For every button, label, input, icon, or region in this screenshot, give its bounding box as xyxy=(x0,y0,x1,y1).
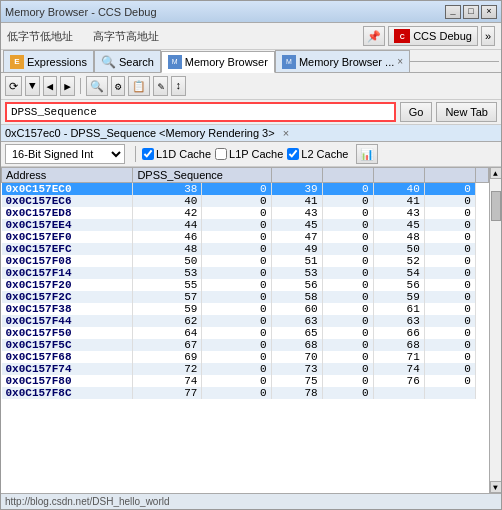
col-address: Address xyxy=(2,168,133,183)
tab-search[interactable]: 🔍 Search xyxy=(94,50,161,72)
address-cell: 0x0C157F8C xyxy=(2,387,133,399)
data-cell: 43 xyxy=(271,207,322,219)
tab-memory-browser[interactable]: M Memory Browser xyxy=(161,51,275,73)
ccs-debug-label: CCS Debug xyxy=(413,30,472,42)
data-cell: 63 xyxy=(373,315,424,327)
address-cell: 0x0C157F74 xyxy=(2,363,133,375)
status-bar: http://blog.csdn.net/DSH_hello_world xyxy=(1,493,501,509)
data-cell: 43 xyxy=(373,207,424,219)
data-cell: 0 xyxy=(322,375,373,387)
scrollbar-up-arrow[interactable]: ▲ xyxy=(490,167,502,179)
toolbar-btn-1[interactable]: ⟳ xyxy=(5,76,22,96)
scrollbar-down-arrow[interactable]: ▼ xyxy=(490,481,502,493)
annotation-bar: 低字节低地址 高字节高地址 📌 C CCS Debug » xyxy=(1,23,501,50)
data-cell: 63 xyxy=(271,315,322,327)
vertical-scrollbar[interactable]: ▲ ▼ xyxy=(489,167,501,493)
filter-extra-btn[interactable]: 📊 xyxy=(356,144,378,164)
tab-memory-browser-2-close[interactable]: × xyxy=(397,56,403,67)
address-cell: 0x0C157F5C xyxy=(2,339,133,351)
data-cell: 47 xyxy=(271,231,322,243)
address-cell: 0x0C157F68 xyxy=(2,351,133,363)
data-cell: 68 xyxy=(271,339,322,351)
data-cell: 0 xyxy=(424,339,475,351)
content-tab-close[interactable]: × xyxy=(283,127,289,139)
data-cell: 49 xyxy=(271,243,322,255)
tab-memory-browser-2-label: Memory Browser ... xyxy=(299,56,394,68)
toolbar-btn-3[interactable]: ◀ xyxy=(43,76,58,96)
toolbar-btn-5[interactable]: 🔍 xyxy=(86,76,108,96)
data-cell: 75 xyxy=(271,375,322,387)
data-cell: 0 xyxy=(322,303,373,315)
data-cell: 0 xyxy=(322,339,373,351)
data-cell: 0 xyxy=(202,327,271,339)
table-row: 0x0C157EE4440450450 xyxy=(2,219,489,231)
window-title: Memory Browser - CCS Debug xyxy=(5,6,157,18)
data-cell: 77 xyxy=(133,387,202,399)
data-cell: 40 xyxy=(133,195,202,207)
memory-table-container: Address DPSS_Sequence 0x0C157EC038039040… xyxy=(1,167,489,493)
high-addr-label: 高字节高地址 xyxy=(93,29,159,44)
toolbar-btn-7[interactable]: 📋 xyxy=(128,76,150,96)
toolbar: ⟳ ▼ ◀ ▶ 🔍 ⚙ 📋 ✎ ↕ xyxy=(1,73,501,100)
tab-memory-browser-2[interactable]: M Memory Browser ... × xyxy=(275,50,410,72)
l1p-cache-checkbox[interactable] xyxy=(215,148,227,160)
data-cell: 61 xyxy=(373,303,424,315)
main-window: Memory Browser - CCS Debug _ □ × 低字节低地址 … xyxy=(0,0,502,510)
content-tab-bar: 0xC157ec0 - DPSS_Sequence <Memory Render… xyxy=(1,125,501,142)
tab-memory-browser-label: Memory Browser xyxy=(185,56,268,68)
ccs-debug-button[interactable]: C CCS Debug xyxy=(388,26,478,46)
data-cell: 0 xyxy=(202,303,271,315)
memory-browser-2-icon: M xyxy=(282,55,296,69)
pin-area-button[interactable]: 📌 xyxy=(363,26,385,46)
go-button[interactable]: Go xyxy=(400,102,433,122)
data-cell: 42 xyxy=(133,207,202,219)
data-cell: 41 xyxy=(271,195,322,207)
data-cell: 78 xyxy=(271,387,322,399)
l1d-cache-checkbox[interactable] xyxy=(142,148,154,160)
close-button[interactable]: × xyxy=(481,5,497,19)
tab-expressions[interactable]: E Expressions xyxy=(3,50,94,72)
address-cell: 0x0C157EC6 xyxy=(2,195,133,207)
data-cell: 0 xyxy=(322,327,373,339)
address-search-input[interactable] xyxy=(5,102,396,122)
data-cell: 74 xyxy=(373,363,424,375)
toolbar-btn-4[interactable]: ▶ xyxy=(60,76,75,96)
maximize-button[interactable]: □ xyxy=(463,5,479,19)
toolbar-btn-8[interactable]: ✎ xyxy=(153,76,168,96)
table-row: 0x0C157F44620630630 xyxy=(2,315,489,327)
data-cell: 0 xyxy=(202,375,271,387)
content-tab-label: 0xC157ec0 - DPSS_Sequence <Memory Render… xyxy=(5,127,275,139)
data-cell: 59 xyxy=(373,291,424,303)
new-tab-button[interactable]: New Tab xyxy=(436,102,497,122)
l2-cache-checkbox[interactable] xyxy=(287,148,299,160)
data-cell: 0 xyxy=(202,183,271,196)
l1d-cache-checkbox-item: L1D Cache xyxy=(142,148,211,160)
data-cell: 0 xyxy=(202,351,271,363)
toolbar-btn-6[interactable]: ⚙ xyxy=(111,76,126,96)
address-cell: 0x0C157F50 xyxy=(2,327,133,339)
address-cell: 0x0C157F08 xyxy=(2,255,133,267)
toolbar-extra-button[interactable]: » xyxy=(481,26,495,46)
table-row: 0x0C157ED8420430430 xyxy=(2,207,489,219)
table-row: 0x0C157EFC480490500 xyxy=(2,243,489,255)
tab-bar: E Expressions 🔍 Search M Memory Browser … xyxy=(1,50,501,73)
toolbar-btn-2[interactable]: ▼ xyxy=(25,76,40,96)
scrollbar-thumb[interactable] xyxy=(491,191,501,221)
data-cell: 76 xyxy=(373,375,424,387)
address-cell: 0x0C157EC0 xyxy=(2,183,133,196)
data-cell: 65 xyxy=(271,327,322,339)
title-bar: Memory Browser - CCS Debug _ □ × xyxy=(1,1,501,23)
memory-table: Address DPSS_Sequence 0x0C157EC038039040… xyxy=(1,167,489,399)
data-cell: 44 xyxy=(133,219,202,231)
data-cell: 0 xyxy=(424,219,475,231)
address-cell: 0x0C157F2C xyxy=(2,291,133,303)
address-cell: 0x0C157F80 xyxy=(2,375,133,387)
toolbar-btn-9[interactable]: ↕ xyxy=(171,76,186,96)
data-cell: 72 xyxy=(133,363,202,375)
ccs-icon: C xyxy=(394,29,410,43)
data-cell: 71 xyxy=(373,351,424,363)
type-select[interactable]: 16-Bit Signed Int 8-Bit Unsigned Int 32-… xyxy=(5,144,125,164)
data-cell: 0 xyxy=(202,387,271,399)
minimize-button[interactable]: _ xyxy=(445,5,461,19)
data-cell xyxy=(373,387,424,399)
